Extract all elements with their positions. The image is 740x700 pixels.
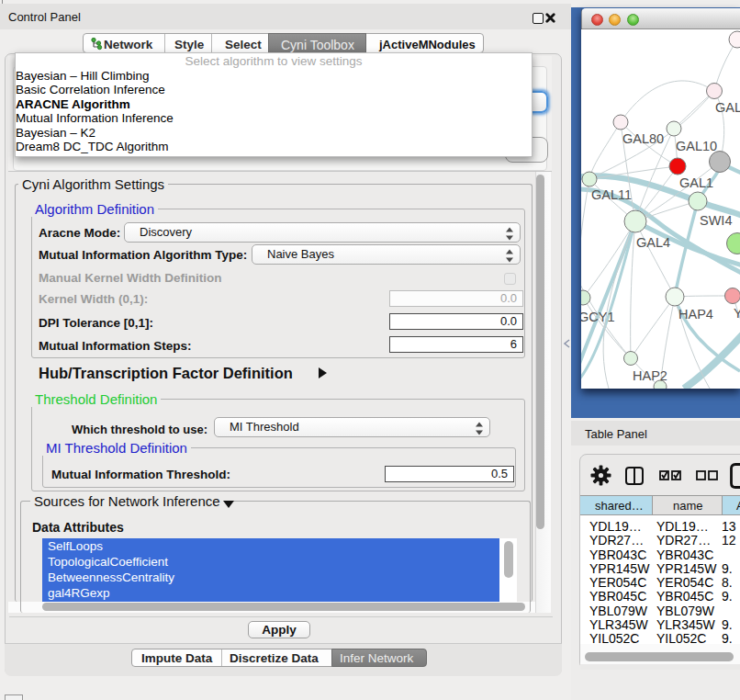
svg-text:GCY1: GCY1 [581, 310, 615, 324]
svg-text:GAL80: GAL80 [622, 131, 664, 146]
svg-text:HAP2: HAP2 [633, 368, 667, 383]
svg-text:HAP4: HAP4 [678, 307, 713, 322]
svg-text:GAL: GAL [715, 100, 740, 115]
svg-text:GAL10: GAL10 [676, 139, 717, 153]
svg-text:GAL1: GAL1 [679, 175, 713, 190]
svg-text:GAL4: GAL4 [636, 235, 670, 250]
svg-text:Y: Y [734, 306, 740, 321]
svg-text:SWI4: SWI4 [700, 213, 732, 228]
svg-text:GAL11: GAL11 [591, 187, 632, 202]
